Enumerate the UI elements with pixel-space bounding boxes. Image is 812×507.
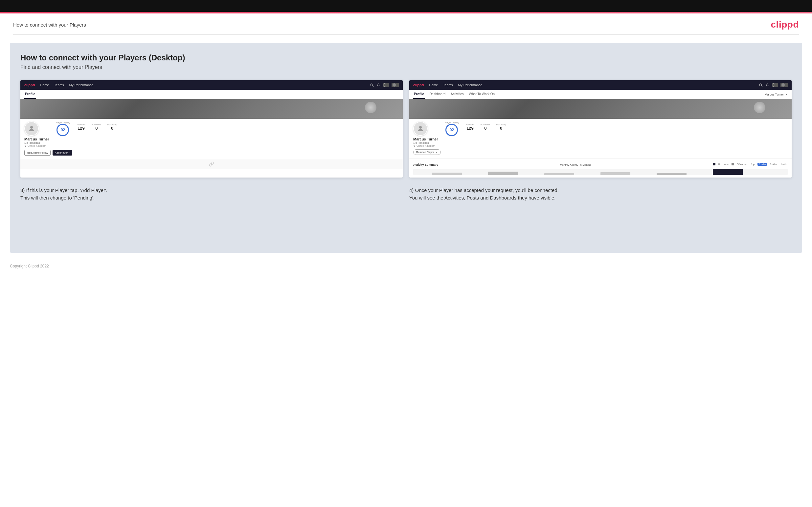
activity-title: Activity Summary — [413, 163, 438, 166]
main-title: How to connect with your Players (Deskto… — [20, 53, 792, 62]
remove-player-button[interactable]: Remove Player — [413, 149, 441, 155]
person-icon-right — [416, 125, 424, 132]
mock-profile-right: Marcus Turner 1-5 Handicap United Kingdo… — [409, 119, 792, 158]
stat-following-left: Following 0 — [107, 123, 117, 130]
remove-player-container: Remove Player — [413, 149, 788, 155]
bar-4 — [601, 172, 630, 175]
mock-logo-left: clippd — [24, 83, 35, 87]
filter-1mth[interactable]: 1 mth — [779, 163, 788, 166]
mock-tabs-left: Profile — [20, 90, 403, 99]
screenshot-left: clippd Home Teams My Performance — [20, 80, 403, 177]
stat-following-value-right: 0 — [496, 126, 506, 130]
stat-following-label-right: Following — [496, 123, 506, 126]
close-icon-remove — [435, 151, 438, 154]
description-left: 3) If this is your Player tap, 'Add Play… — [20, 187, 403, 202]
dropdown-arrow-right — [785, 84, 787, 86]
nav-icons-left — [370, 83, 399, 87]
legend-on-course — [713, 163, 715, 165]
mock-nav-home-left: Home — [40, 83, 49, 87]
mock-nav-home-right: Home — [429, 83, 438, 87]
stat-following-right: Following 0 — [496, 123, 506, 130]
globe-icon-left — [383, 83, 389, 87]
main-content: How to connect with your Players (Deskto… — [10, 43, 802, 253]
stat-activities-value-left: 129 — [77, 126, 86, 130]
activity-right: On course Off course 1 yr 6 mths 3 mths … — [713, 163, 788, 166]
profile-icon-right — [780, 83, 788, 87]
profile-icon-left — [392, 83, 399, 87]
tab-activities-right[interactable]: Activities — [450, 90, 464, 99]
search-icon-left — [370, 83, 374, 87]
svg-point-6 — [767, 84, 768, 85]
request-follow-button[interactable]: Request to Follow — [24, 150, 51, 156]
filter-6mths[interactable]: 6 mths — [757, 163, 767, 166]
page-header-title: How to connect with your Players — [13, 22, 86, 27]
activity-left: Activity Summary — [413, 161, 438, 167]
mock-nav-performance-left: My Performance — [69, 83, 93, 87]
mock-nav-right: clippd Home Teams My Performance — [409, 80, 792, 90]
activity-filters: 1 yr 6 mths 3 mths 1 mth — [750, 163, 788, 166]
nav-icons-right — [759, 83, 788, 87]
bar-6 — [713, 169, 743, 175]
activity-header: Activity Summary Monthly Activity · 6 Mo… — [413, 161, 788, 167]
clippd-logo: clippd — [771, 19, 799, 30]
player-handicap-right: 1-5 Handicap — [413, 142, 438, 145]
dropdown-icon-right — [776, 84, 778, 86]
bar-3 — [544, 173, 574, 175]
top-bar — [0, 0, 812, 12]
description-text-right: 4) Once your Player has accepted your re… — [409, 187, 792, 202]
tab-profile-right[interactable]: Profile — [413, 90, 425, 99]
add-player-label: Add Player — [55, 151, 68, 154]
bar-5 — [657, 173, 687, 175]
screenshots-row: clippd Home Teams My Performance — [20, 80, 792, 177]
stat-following-label-left: Following — [107, 123, 117, 126]
activity-period: Monthly Activity · 6 Months — [560, 163, 591, 166]
country-text-left: United Kingdom — [28, 145, 46, 147]
filter-1yr[interactable]: 1 yr — [750, 163, 757, 166]
stat-followers-value-left: 0 — [92, 126, 101, 130]
legend-on-course-label: On course — [718, 163, 728, 165]
mock-bottom-left — [20, 159, 403, 169]
user-icon-left — [376, 83, 380, 87]
stat-activities-label-left: Activities — [77, 123, 86, 126]
mock-profile-left: Marcus Turner 1-5 Handicap United Kingdo… — [20, 119, 403, 159]
stat-following-value-left: 0 — [107, 126, 117, 130]
avatar-circle-left — [24, 121, 39, 136]
mock-nav-left: clippd Home Teams My Performance — [20, 80, 403, 90]
legend-off-course — [731, 163, 734, 165]
mock-nav-teams-left: Teams — [54, 83, 64, 87]
page-header: How to connect with your Players clippd — [0, 13, 812, 35]
tab-profile-left[interactable]: Profile — [24, 90, 36, 99]
stat-followers-label-right: Followers — [480, 123, 491, 126]
screenshot-right: clippd Home Teams My Performance — [409, 80, 792, 177]
avatar-left: Marcus Turner 1-5 Handicap United Kingdo… — [24, 121, 49, 147]
profile-buttons-left: Request to Follow Add Player + — [24, 150, 399, 156]
legend-off-course-label: Off course — [737, 163, 747, 165]
activity-summary: Activity Summary Monthly Activity · 6 Mo… — [409, 158, 792, 177]
page-footer: Copyright Clippd 2022 — [0, 261, 812, 272]
player-name-right: Marcus Turner — [413, 137, 438, 141]
location-icon-left — [24, 145, 27, 147]
description-right: 4) Once your Player has accepted your re… — [409, 187, 792, 202]
user-selector-right[interactable]: Marcus Turner — [765, 90, 788, 99]
mock-hero-left — [20, 99, 403, 119]
stat-followers-label-left: Followers — [92, 123, 101, 126]
quality-label-left: Player Quality — [56, 121, 70, 124]
user-icon-right — [765, 83, 769, 87]
add-player-button[interactable]: Add Player + — [53, 150, 72, 156]
mock-nav-teams-right: Teams — [443, 83, 453, 87]
filter-3mths[interactable]: 3 mths — [768, 163, 778, 166]
svg-line-5 — [761, 86, 762, 87]
activity-chart — [413, 169, 788, 175]
mock-hero-right — [409, 99, 792, 119]
stat-activities-value-right: 129 — [465, 126, 475, 130]
svg-point-3 — [30, 126, 33, 129]
quality-circle-left: 92 — [56, 124, 69, 136]
dropdown-icon-left — [387, 84, 389, 86]
selector-chevron-icon — [785, 93, 788, 96]
tab-what-to-work-on-right[interactable]: What To Work On — [468, 90, 496, 99]
footer-text: Copyright Clippd 2022 — [10, 264, 49, 269]
country-text-right: United Kingdom — [416, 145, 435, 147]
tab-dashboard-right[interactable]: Dashboard — [429, 90, 446, 99]
link-icon-left — [209, 161, 214, 167]
stat-followers-left: Followers 0 — [92, 123, 101, 130]
